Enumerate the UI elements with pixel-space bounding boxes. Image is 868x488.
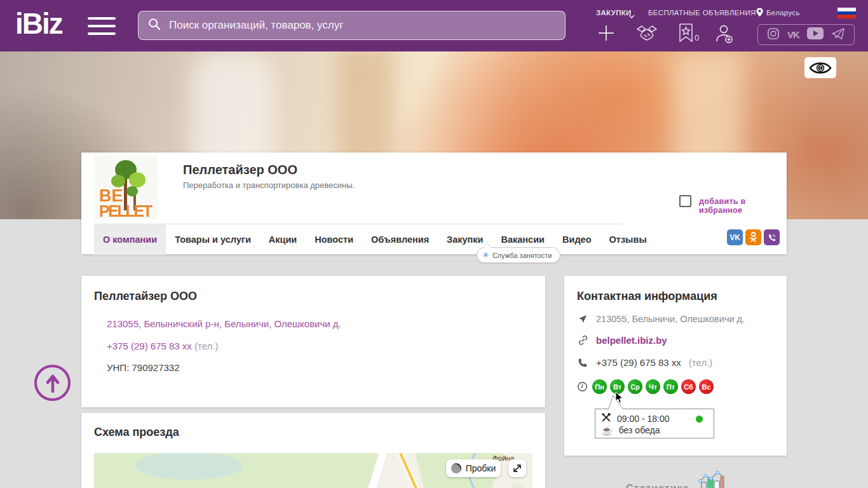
location-pin-icon: [756, 8, 764, 20]
add-plus-icon[interactable]: [596, 23, 616, 46]
company-description: Переработка и транспортировка древесины.: [183, 180, 355, 190]
traffic-light-icon: [451, 463, 461, 473]
working-days: Пн Вт Ср Чт Пт Сб Вс: [592, 379, 714, 394]
svg-text:PELLET: PELLET: [99, 202, 153, 219]
statistics-section[interactable]: Статистика: [626, 470, 724, 488]
route-map-card: Схема проезда Фойна: [81, 413, 545, 488]
instagram-icon[interactable]: [767, 27, 780, 43]
company-name: Пеллетайзер ООО: [183, 163, 297, 177]
phone-icon: [577, 358, 588, 368]
tab-ads[interactable]: Объявления: [362, 224, 438, 255]
search-icon: [147, 17, 161, 34]
website-link[interactable]: belpellet.ibiz.by: [596, 335, 667, 346]
about-card-title: Пеллетайзер ООО: [94, 290, 197, 303]
tab-video[interactable]: Видео: [553, 224, 600, 255]
company-social-links: VK: [727, 229, 780, 245]
day-thursday[interactable]: Чт: [646, 379, 660, 394]
statistics-chart-icon: [696, 470, 724, 488]
vk-icon[interactable]: VK: [787, 29, 799, 40]
open-now-indicator: [696, 416, 703, 423]
route-card-title: Схема проезда: [94, 426, 179, 439]
mouse-cursor: [615, 392, 623, 406]
company-address-link[interactable]: 213055, Белыничский р-н, Белыничи, Олешк…: [107, 318, 341, 329]
day-monday[interactable]: Пн: [592, 379, 607, 394]
statistics-label: Статистика: [626, 483, 689, 488]
procurement-menu[interactable]: ЗАКУПКИ: [596, 9, 632, 17]
odnoklassniki-button[interactable]: [745, 229, 761, 245]
map-canvas[interactable]: Фойна Пробки: [94, 453, 532, 488]
tab-promotions[interactable]: Акции: [260, 224, 306, 255]
chevron-down-icon: [628, 10, 635, 22]
russian-flag-icon[interactable]: [837, 8, 856, 18]
company-logo: BE PELLET: [94, 156, 158, 219]
bookmark-count: 0: [695, 33, 699, 43]
day-saturday[interactable]: Сб: [681, 379, 696, 394]
schedule-tooltip: 09:00 - 18:00 ☕ без обеда: [595, 409, 714, 438]
header-social-links: VK: [757, 24, 855, 45]
schedule-lunch-row: ☕ без обеда: [601, 425, 660, 435]
company-header-card: BE PELLET Пеллетайзер ООО Переработка и …: [81, 152, 787, 254]
navigation-arrow-icon: [577, 314, 588, 324]
viber-button[interactable]: [764, 229, 780, 245]
traffic-toggle-button[interactable]: Пробки: [446, 459, 501, 477]
day-wednesday[interactable]: Ср: [628, 379, 642, 394]
map-fullscreen-button[interactable]: [508, 459, 526, 477]
region-selector[interactable]: Беларусь: [766, 9, 800, 17]
schedule-hours-row: 09:00 - 18:00: [601, 412, 670, 424]
contact-card-title: Контактная информация: [577, 290, 717, 303]
top-header: iBiz ЗАКУПКИ БЕСПЛАТНЫЕ ОБЪЯВЛЕНИЯ Белар…: [0, 0, 868, 51]
accessibility-eye-button[interactable]: [804, 57, 836, 78]
link-icon: [577, 335, 588, 346]
contact-phone-row: +375 (29) 675 83 xx (тел.): [577, 357, 712, 368]
contact-info-card: Контактная информация 213055, Белыничи, …: [564, 276, 787, 456]
free-ads-link[interactable]: БЕСПЛАТНЫЕ ОБЪЯВЛЕНИЯ: [648, 9, 756, 17]
handshake-icon[interactable]: [635, 24, 658, 46]
day-sunday[interactable]: Вс: [699, 379, 714, 394]
add-user-icon[interactable]: [713, 23, 735, 47]
work-tools-icon: [601, 412, 611, 424]
scroll-to-top-button[interactable]: [34, 365, 71, 401]
clock-icon: [577, 381, 588, 395]
bookmark-star-icon[interactable]: [677, 23, 695, 46]
vacancies-tooltip: ✳ Служба занятости: [477, 247, 560, 263]
tab-products[interactable]: Товары и услуги: [166, 224, 260, 255]
search-input[interactable]: [169, 19, 556, 32]
vacancies-tooltip-text: Служба занятости: [492, 252, 552, 259]
tab-about[interactable]: О компании: [94, 224, 166, 255]
youtube-icon[interactable]: [807, 27, 824, 42]
page: iBiz ЗАКУПКИ БЕСПЛАТНЫЕ ОБЪЯВЛЕНИЯ Белар…: [0, 0, 868, 488]
site-logo[interactable]: iBiz: [15, 6, 62, 41]
hamburger-menu-icon[interactable]: [88, 17, 116, 35]
favorite-checkbox[interactable]: [679, 195, 691, 207]
telegram-icon[interactable]: [831, 27, 845, 43]
tab-news[interactable]: Новости: [306, 224, 362, 255]
vk-button[interactable]: VK: [727, 229, 743, 245]
about-company-card: Пеллетайзер ООО 213055, Белыничский р-н,…: [81, 276, 545, 407]
employment-service-icon: ✳: [482, 250, 489, 260]
coffee-cup-icon: ☕: [601, 426, 613, 435]
tab-reviews[interactable]: Отзывы: [600, 224, 656, 255]
contact-website-row: belpellet.ibiz.by: [577, 335, 667, 346]
favorite-label[interactable]: добавить в избранное: [699, 197, 787, 215]
search-bar: [138, 11, 566, 40]
company-unp: УНП: 790927332: [107, 362, 180, 373]
day-friday[interactable]: Пт: [663, 379, 678, 394]
contact-address-row: 213055, Белыничи, Олешковичи д.: [577, 314, 745, 324]
company-phone[interactable]: +375 (29) 675 83 xx (тел.): [107, 341, 218, 351]
